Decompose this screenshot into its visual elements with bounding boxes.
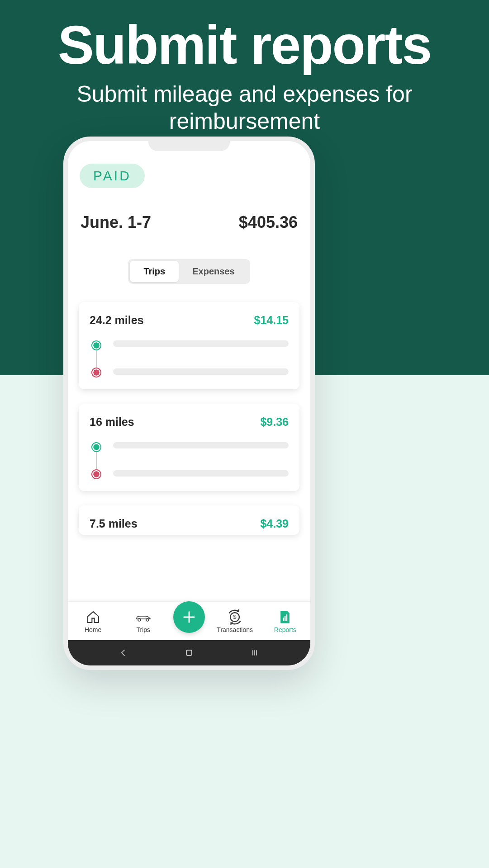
report-summary: June. 1-7 $405.36 [79, 213, 299, 232]
trip-route [90, 442, 289, 479]
app-screen: PAID June. 1-7 $405.36 Trips Expenses 24… [68, 141, 310, 665]
trip-amount: $4.39 [260, 517, 289, 530]
svg-rect-9 [186, 650, 192, 656]
report-total-amount: $405.36 [239, 213, 298, 232]
promo-header: Submit reports Submit mileage and expens… [0, 14, 489, 135]
tab-expenses[interactable]: Expenses [179, 261, 248, 282]
svg-rect-6 [283, 618, 284, 621]
report-date-range: June. 1-7 [81, 213, 151, 232]
svg-text:$: $ [233, 613, 237, 620]
trip-miles: 16 miles [90, 415, 134, 429]
nav-transactions[interactable]: $ Transactions [214, 609, 255, 633]
transactions-icon: $ [227, 609, 242, 625]
nav-label: Trips [136, 626, 150, 633]
route-end-icon [91, 368, 101, 377]
address-placeholder [113, 442, 289, 448]
trip-miles: 7.5 miles [90, 517, 138, 530]
address-placeholder [113, 470, 289, 476]
nav-label: Reports [274, 626, 296, 633]
nav-label: Home [85, 626, 101, 633]
route-start-icon [91, 340, 101, 350]
trip-card[interactable]: 24.2 miles $14.15 [79, 302, 299, 389]
svg-rect-7 [285, 616, 286, 621]
android-recent-icon[interactable] [250, 648, 259, 657]
nav-home[interactable]: Home [73, 609, 114, 633]
trip-miles: 24.2 miles [90, 314, 144, 327]
plus-icon [181, 609, 197, 625]
trip-card[interactable]: 16 miles $9.36 [79, 404, 299, 491]
svg-rect-8 [286, 614, 288, 621]
phone-frame: PAID June. 1-7 $405.36 Trips Expenses 24… [63, 137, 315, 670]
address-placeholder [113, 368, 289, 375]
promo-subtitle: Submit mileage and expenses for reimburs… [0, 80, 489, 135]
route-line-icon [96, 452, 97, 469]
trip-route [90, 340, 289, 377]
route-line-icon [96, 350, 97, 368]
add-button[interactable] [173, 601, 205, 633]
route-end-icon [91, 469, 101, 479]
segmented-control: Trips Expenses [79, 259, 299, 284]
bottom-nav: Home Trips [68, 601, 310, 640]
promo-title: Submit reports [0, 14, 489, 76]
tab-trips[interactable]: Trips [130, 261, 179, 282]
address-placeholder [113, 340, 289, 347]
trip-list: 24.2 miles $14.15 [79, 302, 299, 535]
trip-amount: $14.15 [254, 314, 289, 327]
car-icon [135, 609, 152, 625]
android-nav-bar [68, 640, 310, 665]
android-back-icon[interactable] [119, 648, 128, 657]
trip-card[interactable]: 7.5 miles $4.39 [79, 505, 299, 535]
status-badge: PAID [80, 164, 145, 188]
reports-icon [278, 609, 292, 625]
trip-amount: $9.36 [260, 415, 289, 429]
home-icon [86, 609, 100, 625]
route-start-icon [91, 442, 101, 452]
android-home-icon[interactable] [185, 648, 194, 657]
nav-trips[interactable]: Trips [123, 609, 164, 633]
nav-reports[interactable]: Reports [265, 609, 305, 633]
app-content: PAID June. 1-7 $405.36 Trips Expenses 24… [68, 141, 310, 601]
nav-label: Transactions [217, 626, 253, 633]
